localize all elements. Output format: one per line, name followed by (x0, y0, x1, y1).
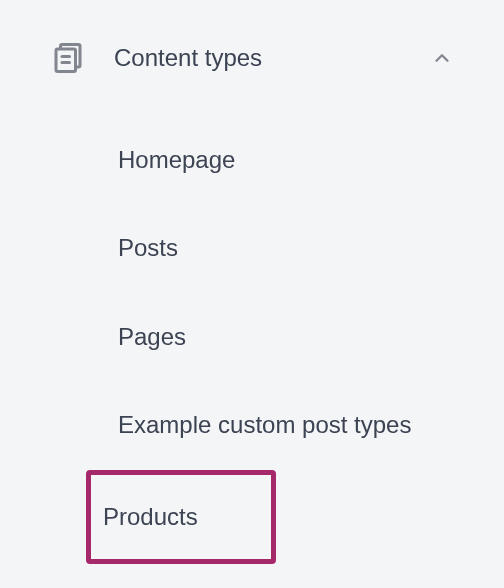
content-types-section-header[interactable]: Content types (50, 32, 454, 84)
chevron-up-icon (430, 46, 454, 70)
nav-item-example-custom-post-types[interactable]: Example custom post types (114, 381, 454, 469)
svg-rect-1 (56, 49, 76, 72)
section-header-left: Content types (50, 40, 262, 76)
document-icon (50, 40, 86, 76)
section-title: Content types (114, 44, 262, 72)
nav-item-pages[interactable]: Pages (114, 293, 454, 381)
nav-item-products[interactable]: Products (86, 470, 276, 564)
nav-item-homepage[interactable]: Homepage (114, 116, 454, 204)
content-types-list: Homepage Posts Pages Example custom post… (50, 116, 454, 564)
nav-item-posts[interactable]: Posts (114, 204, 454, 292)
